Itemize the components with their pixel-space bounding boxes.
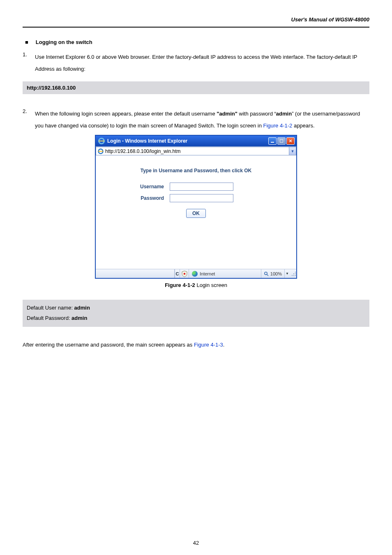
username-label: Username <box>104 184 170 190</box>
step-2-text-b: with password “ <box>238 111 276 117</box>
default-password-label: Default Password: <box>27 315 71 321</box>
after-text-b: . <box>223 342 225 348</box>
chevron-down-icon: ▼ <box>286 272 289 275</box>
section-heading-row: ■ Logging on the switch <box>23 39 369 46</box>
svg-point-2 <box>184 273 186 275</box>
header-rule <box>23 27 369 28</box>
maximize-button[interactable] <box>277 137 286 145</box>
default-url-box: http://192.168.0.100 <box>23 81 369 94</box>
status-shield-segment <box>180 269 189 278</box>
ie-window: Login - Windows Internet Explorer × http… <box>95 135 297 279</box>
username-input[interactable] <box>170 183 233 191</box>
ie-titlebar: Login - Windows Internet Explorer × <box>96 136 296 146</box>
ie-address-dropdown[interactable]: ▼ <box>289 147 296 155</box>
status-zone-text: Internet <box>200 271 215 276</box>
status-c-segment: C <box>175 269 180 278</box>
page-header-title: User's Manual of WGSW-48000 <box>23 16 369 23</box>
section-bullet-icon: ■ <box>25 39 28 46</box>
ie-url-text: http://192.168.0.100/login_win.htm <box>105 148 180 154</box>
default-credentials-box: Default User name: admin Default Passwor… <box>23 300 369 326</box>
step-2-figref: Figure 4-1-2 <box>263 123 292 129</box>
status-zoom-text: 100% <box>270 271 282 276</box>
step-2-text-a: When the following login screen appears,… <box>35 111 217 117</box>
ie-status-bar: C Internet 100% ▼ <box>96 269 296 278</box>
step-2-text-d: appears. <box>292 123 314 129</box>
magnifier-icon <box>264 271 269 276</box>
default-password-value: admin <box>71 315 87 321</box>
login-hint: Type in Username and Password, then clic… <box>104 168 288 173</box>
after-text-a: After entering the username and password… <box>23 342 194 348</box>
step-2: 2. When the following login screen appea… <box>23 108 369 132</box>
default-username-value: admin <box>74 305 90 311</box>
ie-address-input[interactable]: http://192.168.0.100/login_win.htm <box>96 147 289 155</box>
step-1-number: 1. <box>23 51 35 58</box>
figure-caption: Figure 4-1-2 Login screen <box>23 282 369 288</box>
after-login-paragraph: After entering the username and password… <box>23 342 369 348</box>
ie-titlebar-left: Login - Windows Internet Explorer <box>98 138 187 144</box>
step-1-body: Use Internet Explorer 6.0 or above Web b… <box>35 51 369 75</box>
page-number: 42 <box>0 540 392 546</box>
figure-caption-bold: Figure 4-1-2 <box>165 282 195 288</box>
step-1: 1. Use Internet Explorer 6.0 or above We… <box>23 51 369 75</box>
ok-button-row: OK <box>104 209 288 218</box>
ie-content-area: Type in Username and Password, then clic… <box>96 155 296 269</box>
step-2-admin-2: admin <box>276 111 292 117</box>
password-label: Password <box>104 195 170 201</box>
status-zoom-dropdown[interactable]: ▼ <box>285 269 290 278</box>
after-figref: Figure 4-1-3 <box>194 342 223 348</box>
ie-logo-icon <box>98 138 105 144</box>
ie-favicon-icon <box>98 148 104 154</box>
section-heading: Logging on the switch <box>36 39 92 45</box>
ie-window-title: Login - Windows Internet Explorer <box>107 138 187 144</box>
default-password-line: Default Password: admin <box>27 313 365 324</box>
default-username-label: Default User name: <box>27 305 74 311</box>
password-input[interactable] <box>170 194 233 202</box>
figure-caption-rest: Login screen <box>195 282 227 288</box>
default-username-line: Default User name: admin <box>27 303 365 313</box>
minimize-button[interactable] <box>268 137 277 145</box>
password-row: Password <box>104 194 288 202</box>
username-row: Username <box>104 183 288 191</box>
chevron-down-icon: ▼ <box>291 149 295 153</box>
status-zone-segment[interactable]: Internet <box>189 269 261 278</box>
globe-icon <box>192 271 198 277</box>
resize-grip-icon <box>291 271 296 276</box>
step-2-number: 2. <box>23 108 35 114</box>
ie-window-buttons: × <box>268 137 295 145</box>
ie-address-bar: http://192.168.0.100/login_win.htm ▼ <box>96 146 296 155</box>
step-2-admin-1: "admin" <box>217 111 238 117</box>
status-left-spacer <box>96 269 175 278</box>
resize-grip[interactable] <box>290 269 296 278</box>
ok-button[interactable]: OK <box>186 209 206 218</box>
shield-icon <box>182 271 187 277</box>
svg-line-4 <box>267 274 268 276</box>
svg-point-3 <box>265 272 267 275</box>
status-zoom-segment[interactable]: 100% <box>261 269 285 278</box>
step-2-body: When the following login screen appears,… <box>35 108 369 132</box>
close-button[interactable]: × <box>286 137 295 145</box>
ie-screenshot-wrapper: Login - Windows Internet Explorer × http… <box>23 135 369 279</box>
